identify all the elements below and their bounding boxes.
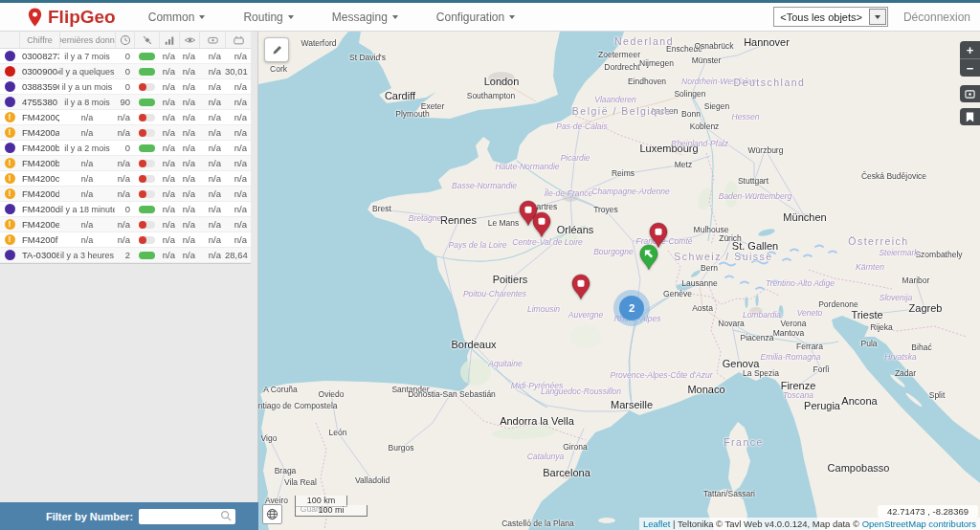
satellite-icon[interactable] [134,32,159,48]
device-name: FM4200Q1 [19,112,59,122]
signal-icon[interactable] [159,32,179,48]
zoom-in-button[interactable]: + [960,41,980,58]
vehicle-pin-stopped[interactable] [571,274,591,304]
eye-value: n/a [179,188,199,199]
signal-value: n/a [159,158,179,168]
chevron-down-icon [288,15,294,19]
logout-button[interactable]: Déconnexion [903,11,970,24]
chevron-down-icon [392,15,398,19]
gps-pill [139,160,155,167]
table-row[interactable]: !FM4200fn/an/an/an/an/an/a [0,232,251,248]
gps-cell [134,221,159,229]
column-dernieres-donnees[interactable]: Dernières donné [59,32,115,48]
warning-icon: ! [5,219,15,230]
clock-value: n/a [115,219,134,230]
power-value: n/a [199,234,225,245]
eye-value: n/a [179,143,199,153]
signal-value: n/a [159,250,179,260]
battery-icon[interactable] [225,32,251,48]
menu-configuration[interactable]: Configuration [436,11,515,24]
filter-label: Filter by Number: [46,511,133,522]
table-row[interactable]: !FM4200en/an/an/an/an/an/a [0,217,251,232]
table-row[interactable]: FM4200ddil y a 18 minutes0n/an/an/an/a [0,202,251,217]
clock-value: 0 [115,143,134,153]
bookmark-button[interactable] [960,108,980,125]
last-data: il y a 18 minutes [59,205,115,214]
eye-value: n/a [179,250,199,260]
table-row[interactable]: 03009004il y a quelques...0n/an/an/a30,0… [0,64,251,79]
menu-label: Messaging [332,11,388,24]
select-dropdown-button[interactable] [869,9,886,25]
table-row[interactable]: !FM4200bbn/an/an/an/an/an/a [0,156,251,171]
draw-tool-button[interactable] [264,37,289,62]
battery-value: n/a [225,219,251,230]
device-name: FM4200f [19,234,59,245]
gps-cell [134,129,159,137]
device-name: FM4200e [19,219,59,230]
map-canvas[interactable]: LondonCardiffRennesPoitiersBordeauxOrléa… [258,32,980,530]
clock-value: n/a [115,234,134,245]
last-data: n/a [59,128,115,138]
menu-routing[interactable]: Routing [243,11,293,24]
power-icon[interactable] [199,32,225,48]
gps-cell [134,252,159,259]
clock-value: 2 [115,250,134,260]
zoom-out-button[interactable]: − [960,58,980,77]
chevron-down-icon [199,15,205,19]
clock-icon[interactable] [115,32,134,48]
table-row[interactable]: !FM4200dn/an/an/an/an/an/a [0,187,251,202]
gps-cell [134,175,159,183]
power-value: n/a [199,97,225,107]
signal-value: n/a [159,66,179,77]
object-filter-select[interactable]: <Tous les objets> [773,7,888,27]
table-row[interactable]: 03008273il y a 7 mois0n/an/an/an/a [0,49,251,64]
globe-button[interactable] [262,504,282,524]
marker-cluster[interactable]: 2 [613,290,650,326]
gps-pill [139,236,155,244]
table-row[interactable]: 4755380il y a 8 mois90n/an/an/an/a [0,95,251,110]
table-row[interactable]: !FM4200Q1n/an/an/an/an/an/a [0,110,251,125]
table-row[interactable]: 03883596il y a un mois0n/an/an/an/a [0,79,251,95]
status-cell [0,143,19,153]
signal-value: n/a [159,204,179,214]
device-name: FM4200bb [19,158,59,168]
battery-value: n/a [225,188,251,199]
gps-pill [139,68,155,76]
warning-icon: ! [5,234,15,245]
power-value: n/a [199,250,225,260]
table-row[interactable]: !FM4200an/an/an/an/an/an/a [0,125,251,141]
column-chiffre[interactable]: Chiffre [19,32,59,48]
table-row[interactable]: TA-030082...il y a 3 heures2n/an/an/a28,… [0,248,251,263]
battery-value: 28,64 [225,250,251,260]
signal-value: n/a [159,51,179,61]
map-attribution: Leaflet | Teltonika © Tavl Web v4.0.0.12… [639,518,980,530]
vehicle-pin-stopped[interactable] [532,211,552,242]
menu-common[interactable]: Common [148,11,206,24]
clock-value: 0 [115,204,134,214]
scale-mi: 100 mi [295,505,368,517]
table-row[interactable]: FM4200bil y a 2 mois0n/an/an/an/a [0,141,251,156]
gps-pill [139,83,155,91]
last-data: il y a 3 heures [59,251,115,260]
clock-value: 90 [115,97,134,107]
menu-messaging[interactable]: Messaging [332,11,398,24]
vehicle-pin-moving[interactable] [639,244,659,275]
device-name: FM4200d [19,188,59,199]
status-cell: ! [0,112,19,122]
device-name: TA-030082... [19,250,59,260]
clock-value: n/a [115,112,134,122]
device-table-header: Chiffre Dernières donné [0,32,251,49]
warning-icon: ! [5,158,15,168]
leaflet-link[interactable]: Leaflet [643,519,671,529]
table-row[interactable]: !FM4200cn/an/an/an/an/an/a [0,171,251,187]
gps-cell [134,83,159,91]
eye-icon[interactable] [179,32,199,48]
device-table-body: 03008273il y a 7 mois0n/an/an/an/a030090… [0,49,251,263]
power-value: n/a [199,219,225,230]
battery-value: n/a [225,127,251,138]
osm-link[interactable]: OpenStreetMap contributors [862,519,976,529]
app-logo[interactable]: FlipGeo [27,7,116,28]
gps-pill [139,221,155,229]
gps-pill [139,99,155,106]
layers-button[interactable] [960,85,980,102]
